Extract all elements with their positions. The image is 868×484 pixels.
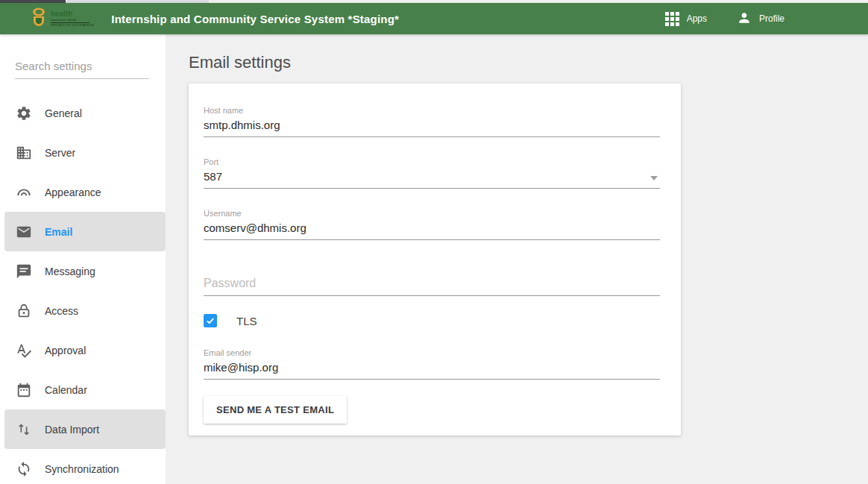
apps-label: Apps xyxy=(687,13,707,24)
calendar-icon xyxy=(16,382,32,398)
username-field: Username xyxy=(204,209,660,240)
health-department-logo[interactable]: health Department: Health REPUBLIC OF SO… xyxy=(30,7,93,31)
tls-checkbox[interactable] xyxy=(204,314,217,327)
coat-of-arms-icon xyxy=(30,7,48,31)
sidebar-item-approval[interactable]: Approval xyxy=(0,330,166,370)
settings-sidebar: General Server Appearance Email xyxy=(0,34,166,484)
sidebar-item-label: Synchronization xyxy=(45,463,119,475)
email-settings-card: Host name Port Username xyxy=(189,84,681,436)
password-field xyxy=(204,273,660,296)
sidebar-item-data-import[interactable]: Data Import xyxy=(4,409,166,449)
email-sender-label: Email sender xyxy=(204,348,660,357)
sidebar-item-appearance[interactable]: Appearance xyxy=(0,172,166,212)
logo-country-text: REPUBLIC OF SOUTH AFRICA xyxy=(51,24,93,27)
logo-brand-text: health xyxy=(51,10,93,18)
sidebar-item-calendar[interactable]: Calendar xyxy=(0,370,166,409)
envelope-icon xyxy=(16,224,32,240)
port-select[interactable] xyxy=(204,166,660,189)
sidebar-item-access[interactable]: Access xyxy=(0,291,166,330)
person-icon xyxy=(737,10,752,28)
main-content: Email settings Host name Port Username xyxy=(166,34,868,484)
sidebar-item-server[interactable]: Server xyxy=(0,133,166,172)
email-sender-input[interactable] xyxy=(204,357,660,379)
username-label: Username xyxy=(204,209,660,218)
profile-menu-button[interactable]: Profile xyxy=(737,10,784,28)
chevron-down-icon[interactable] xyxy=(650,176,658,180)
sync-icon xyxy=(16,461,32,477)
sidebar-item-label: Appearance xyxy=(45,186,101,198)
building-icon xyxy=(16,145,32,161)
import-export-icon xyxy=(16,421,32,438)
sidebar-item-label: Server xyxy=(45,147,75,159)
spellcheck-icon xyxy=(16,342,32,359)
port-select-value[interactable] xyxy=(204,166,660,188)
sidebar-item-label: Messaging xyxy=(45,265,95,277)
arc-icon xyxy=(16,184,32,201)
password-input[interactable] xyxy=(204,273,660,295)
gear-icon xyxy=(16,105,32,122)
send-test-email-button[interactable]: SEND ME A TEST EMAIL xyxy=(204,396,347,424)
sidebar-item-synchronization[interactable]: Synchronization xyxy=(0,449,166,484)
sidebar-item-label: General xyxy=(45,107,82,119)
port-field: Port xyxy=(204,157,660,189)
tls-label: TLS xyxy=(236,315,257,327)
sidebar-item-label: Approval xyxy=(45,345,86,356)
sidebar-item-messaging[interactable]: Messaging xyxy=(0,251,166,291)
sidebar-item-label: Calendar xyxy=(45,384,87,396)
chat-icon xyxy=(16,263,32,280)
page-title: Email settings xyxy=(189,53,868,72)
apps-menu-button[interactable]: Apps xyxy=(665,12,707,26)
sidebar-item-general[interactable]: General xyxy=(0,93,166,133)
tls-checkbox-row[interactable]: TLS xyxy=(204,314,660,327)
app-header: health Department: Health REPUBLIC OF SO… xyxy=(0,3,868,34)
sidebar-item-label: Email xyxy=(45,226,72,238)
search-settings-input[interactable] xyxy=(15,60,149,72)
search-settings-box xyxy=(15,60,149,79)
profile-label: Profile xyxy=(759,13,784,24)
app-title: Internship and Community Service System … xyxy=(111,13,399,25)
sidebar-item-email[interactable]: Email xyxy=(4,212,166,251)
email-sender-field: Email sender xyxy=(204,348,660,380)
port-label: Port xyxy=(204,157,660,166)
sidebar-item-label: Access xyxy=(45,305,78,317)
username-input[interactable] xyxy=(204,218,660,239)
host-name-input[interactable] xyxy=(204,115,660,136)
sidebar-item-label: Data Import xyxy=(45,424,99,436)
apps-grid-icon xyxy=(665,12,679,26)
host-name-label: Host name xyxy=(204,106,660,115)
host-name-field: Host name xyxy=(204,106,660,137)
lock-icon xyxy=(16,303,32,319)
checkmark-icon xyxy=(205,315,216,326)
